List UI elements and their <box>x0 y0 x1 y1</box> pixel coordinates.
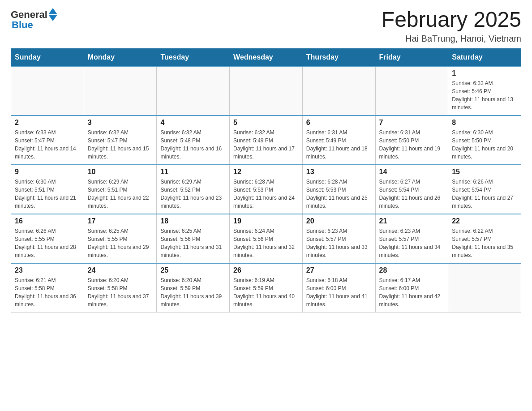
calendar-cell-1-2: 4Sunrise: 6:32 AMSunset: 5:48 PMDaylight… <box>157 116 230 165</box>
header-sunday: Sunday <box>11 48 84 66</box>
location-subtitle: Hai BaTrung, Hanoi, Vietnam <box>382 34 521 44</box>
day-number: 21 <box>379 217 445 225</box>
day-info: Sunrise: 6:22 AMSunset: 5:57 PMDaylight:… <box>452 227 517 259</box>
day-number: 23 <box>15 266 80 274</box>
day-number: 8 <box>452 119 517 127</box>
day-info: Sunrise: 6:23 AMSunset: 5:57 PMDaylight:… <box>306 227 372 259</box>
day-number: 22 <box>452 217 517 225</box>
calendar-cell-0-3 <box>230 66 303 116</box>
calendar-cell-1-6: 8Sunrise: 6:30 AMSunset: 5:50 PMDaylight… <box>448 116 521 165</box>
calendar-cell-4-6 <box>448 263 521 313</box>
day-number: 14 <box>379 168 445 176</box>
day-info: Sunrise: 6:31 AMSunset: 5:49 PMDaylight:… <box>306 128 372 161</box>
calendar-cell-4-5: 28Sunrise: 6:17 AMSunset: 6:00 PMDayligh… <box>375 263 448 313</box>
calendar-cell-2-4: 13Sunrise: 6:28 AMSunset: 5:53 PMDayligh… <box>302 165 375 214</box>
calendar-cell-1-4: 6Sunrise: 6:31 AMSunset: 5:49 PMDaylight… <box>302 116 375 165</box>
day-number: 11 <box>160 168 226 176</box>
day-info: Sunrise: 6:33 AMSunset: 5:46 PMDaylight:… <box>452 79 517 111</box>
calendar-cell-4-3: 26Sunrise: 6:19 AMSunset: 5:59 PMDayligh… <box>230 263 303 313</box>
calendar-cell-4-0: 23Sunrise: 6:21 AMSunset: 5:58 PMDayligh… <box>11 263 84 313</box>
day-info: Sunrise: 6:30 AMSunset: 5:51 PMDaylight:… <box>15 178 80 210</box>
calendar-cell-2-6: 15Sunrise: 6:26 AMSunset: 5:54 PMDayligh… <box>448 165 521 214</box>
logo-general-text: General <box>11 9 47 21</box>
day-number: 1 <box>452 69 517 77</box>
day-number: 27 <box>306 266 372 274</box>
week-row-2: 2Sunrise: 6:33 AMSunset: 5:47 PMDaylight… <box>11 116 521 165</box>
day-info: Sunrise: 6:32 AMSunset: 5:48 PMDaylight:… <box>160 128 226 161</box>
day-number: 3 <box>88 119 153 127</box>
calendar-cell-3-5: 21Sunrise: 6:23 AMSunset: 5:57 PMDayligh… <box>375 214 448 263</box>
title-section: February 2025 Hai BaTrung, Hanoi, Vietna… <box>382 8 521 44</box>
calendar-wrapper: Sunday Monday Tuesday Wednesday Thursday… <box>0 48 532 324</box>
calendar-cell-3-3: 19Sunrise: 6:24 AMSunset: 5:56 PMDayligh… <box>230 214 303 263</box>
calendar-cell-0-1 <box>84 66 157 116</box>
calendar-cell-4-4: 27Sunrise: 6:18 AMSunset: 6:00 PMDayligh… <box>302 263 375 313</box>
day-info: Sunrise: 6:30 AMSunset: 5:50 PMDaylight:… <box>452 128 517 161</box>
logo: General Blue <box>11 8 57 31</box>
day-number: 19 <box>233 217 299 225</box>
day-number: 7 <box>379 119 445 127</box>
calendar-cell-0-0 <box>11 66 84 116</box>
day-info: Sunrise: 6:33 AMSunset: 5:47 PMDaylight:… <box>15 128 80 161</box>
day-info: Sunrise: 6:31 AMSunset: 5:50 PMDaylight:… <box>379 128 445 161</box>
day-info: Sunrise: 6:20 AMSunset: 5:59 PMDaylight:… <box>160 276 226 308</box>
header-saturday: Saturday <box>448 48 521 66</box>
calendar-cell-0-2 <box>157 66 230 116</box>
day-number: 2 <box>15 119 80 127</box>
calendar-header: Sunday Monday Tuesday Wednesday Thursday… <box>11 48 521 66</box>
day-info: Sunrise: 6:24 AMSunset: 5:56 PMDaylight:… <box>233 227 299 259</box>
header-wednesday: Wednesday <box>230 48 303 66</box>
day-info: Sunrise: 6:28 AMSunset: 5:53 PMDaylight:… <box>306 178 372 210</box>
day-number: 9 <box>15 168 80 176</box>
day-info: Sunrise: 6:21 AMSunset: 5:58 PMDaylight:… <box>15 276 80 308</box>
calendar-cell-3-2: 18Sunrise: 6:25 AMSunset: 5:56 PMDayligh… <box>157 214 230 263</box>
header-thursday: Thursday <box>302 48 375 66</box>
header-monday: Monday <box>84 48 157 66</box>
calendar-cell-0-4 <box>302 66 375 116</box>
day-info: Sunrise: 6:29 AMSunset: 5:52 PMDaylight:… <box>160 178 226 210</box>
calendar-table: Sunday Monday Tuesday Wednesday Thursday… <box>11 48 521 313</box>
day-info: Sunrise: 6:20 AMSunset: 5:58 PMDaylight:… <box>88 276 153 308</box>
day-info: Sunrise: 6:27 AMSunset: 5:54 PMDaylight:… <box>379 178 445 210</box>
day-info: Sunrise: 6:32 AMSunset: 5:47 PMDaylight:… <box>88 128 153 161</box>
day-number: 13 <box>306 168 372 176</box>
day-number: 26 <box>233 266 299 274</box>
day-info: Sunrise: 6:17 AMSunset: 6:00 PMDaylight:… <box>379 276 445 308</box>
day-number: 5 <box>233 119 299 127</box>
day-number: 10 <box>88 168 153 176</box>
day-info: Sunrise: 6:26 AMSunset: 5:54 PMDaylight:… <box>452 178 517 210</box>
calendar-cell-4-1: 24Sunrise: 6:20 AMSunset: 5:58 PMDayligh… <box>84 263 157 313</box>
day-info: Sunrise: 6:28 AMSunset: 5:53 PMDaylight:… <box>233 178 299 210</box>
page-header: General Blue February 2025 Hai BaTrung, … <box>0 0 532 48</box>
day-number: 28 <box>379 266 445 274</box>
calendar-cell-3-1: 17Sunrise: 6:25 AMSunset: 5:55 PMDayligh… <box>84 214 157 263</box>
week-row-4: 16Sunrise: 6:26 AMSunset: 5:55 PMDayligh… <box>11 214 521 263</box>
calendar-body: 1Sunrise: 6:33 AMSunset: 5:46 PMDaylight… <box>11 66 521 313</box>
calendar-cell-1-1: 3Sunrise: 6:32 AMSunset: 5:47 PMDaylight… <box>84 116 157 165</box>
day-info: Sunrise: 6:26 AMSunset: 5:55 PMDaylight:… <box>15 227 80 259</box>
day-number: 16 <box>15 217 80 225</box>
day-info: Sunrise: 6:18 AMSunset: 6:00 PMDaylight:… <box>306 276 372 308</box>
day-info: Sunrise: 6:23 AMSunset: 5:57 PMDaylight:… <box>379 227 445 259</box>
day-number: 20 <box>306 217 372 225</box>
day-number: 4 <box>160 119 226 127</box>
calendar-cell-3-6: 22Sunrise: 6:22 AMSunset: 5:57 PMDayligh… <box>448 214 521 263</box>
header-tuesday: Tuesday <box>157 48 230 66</box>
calendar-cell-1-5: 7Sunrise: 6:31 AMSunset: 5:50 PMDaylight… <box>375 116 448 165</box>
logo-blue-text: Blue <box>12 19 33 31</box>
calendar-cell-1-0: 2Sunrise: 6:33 AMSunset: 5:47 PMDaylight… <box>11 116 84 165</box>
calendar-cell-4-2: 25Sunrise: 6:20 AMSunset: 5:59 PMDayligh… <box>157 263 230 313</box>
day-number: 17 <box>88 217 153 225</box>
week-row-5: 23Sunrise: 6:21 AMSunset: 5:58 PMDayligh… <box>11 263 521 313</box>
weekday-header-row: Sunday Monday Tuesday Wednesday Thursday… <box>11 48 521 66</box>
calendar-cell-0-5 <box>375 66 448 116</box>
day-number: 24 <box>88 266 153 274</box>
calendar-cell-2-2: 11Sunrise: 6:29 AMSunset: 5:52 PMDayligh… <box>157 165 230 214</box>
day-info: Sunrise: 6:19 AMSunset: 5:59 PMDaylight:… <box>233 276 299 308</box>
day-number: 18 <box>160 217 226 225</box>
day-info: Sunrise: 6:29 AMSunset: 5:51 PMDaylight:… <box>88 178 153 210</box>
day-info: Sunrise: 6:25 AMSunset: 5:55 PMDaylight:… <box>88 227 153 259</box>
calendar-cell-2-0: 9Sunrise: 6:30 AMSunset: 5:51 PMDaylight… <box>11 165 84 214</box>
calendar-cell-3-0: 16Sunrise: 6:26 AMSunset: 5:55 PMDayligh… <box>11 214 84 263</box>
week-row-1: 1Sunrise: 6:33 AMSunset: 5:46 PMDaylight… <box>11 66 521 116</box>
